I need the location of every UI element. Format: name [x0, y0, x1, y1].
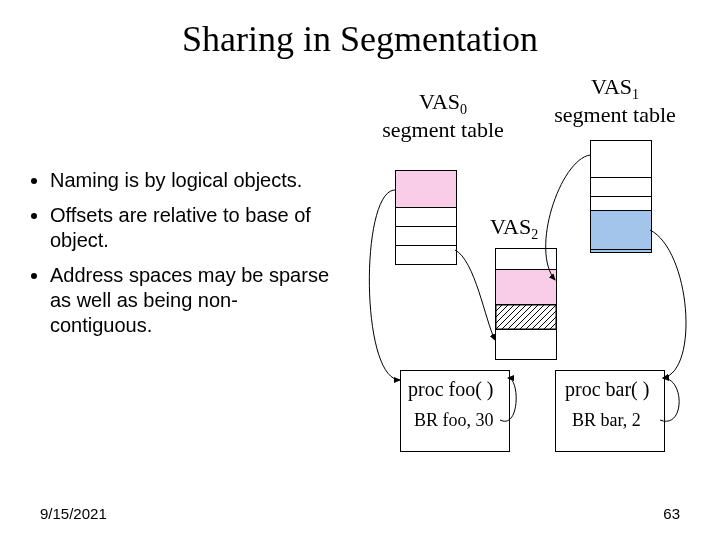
bullet-1: Naming is by logical objects. — [50, 168, 338, 193]
blue-segment — [590, 210, 652, 250]
vas1-label: VAS1 segment table — [545, 75, 685, 127]
table-row — [396, 226, 456, 245]
footer-date: 9/15/2021 — [40, 505, 107, 522]
proc-bar-label: proc bar( ) — [565, 378, 649, 401]
footer-page-number: 63 — [663, 505, 680, 522]
svg-rect-0 — [496, 305, 556, 329]
slide: Sharing in Segmentation Naming is by log… — [0, 0, 720, 540]
table-row — [591, 177, 651, 196]
page-title: Sharing in Segmentation — [0, 18, 720, 60]
table-row — [396, 171, 456, 207]
vas0-label: VAS0 segment table — [378, 90, 508, 142]
memory-column — [495, 248, 557, 360]
mem-row — [496, 329, 556, 362]
vas0-segment-table — [395, 170, 457, 265]
mem-row-hatched — [496, 305, 556, 329]
table-row — [396, 245, 456, 264]
vas2-label: VAS2 — [490, 215, 538, 243]
br-foo-label: BR foo, 30 — [414, 410, 494, 431]
proc-foo-label: proc foo( ) — [408, 378, 494, 401]
br-bar-label: BR bar, 2 — [572, 410, 641, 431]
bullet-2: Offsets are relative to base of object. — [50, 203, 338, 253]
bullet-list: Naming is by logical objects. Offsets ar… — [28, 168, 338, 348]
bullet-3: Address spaces may be sparse as well as … — [50, 263, 338, 338]
table-row — [396, 207, 456, 226]
table-row — [591, 141, 651, 177]
mem-row-pink — [496, 269, 556, 305]
mem-row — [496, 249, 556, 269]
